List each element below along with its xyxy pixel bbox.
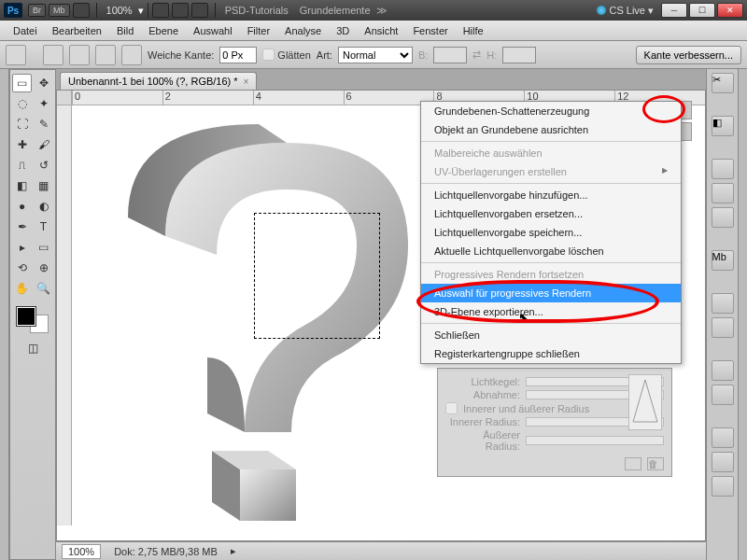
mi-licht-speichern[interactable]: Lichtquellenvorgabe speichern... bbox=[421, 223, 681, 242]
menu-ansicht[interactable]: Ansicht bbox=[357, 22, 405, 39]
marquee-tool-icon[interactable]: ▭ bbox=[12, 74, 32, 92]
swatches-icon[interactable] bbox=[712, 183, 734, 203]
paths-icon[interactable] bbox=[712, 476, 734, 497]
gradient-tool-icon[interactable]: ▦ bbox=[34, 176, 53, 195]
menu-auswahl[interactable]: Auswahl bbox=[186, 22, 240, 39]
panel-trash-icon[interactable]: 🗑 bbox=[647, 457, 664, 470]
mi-gruppe-schliessen[interactable]: Registerkartengruppe schließen bbox=[421, 344, 681, 363]
crop-tool-icon[interactable]: ⛶ bbox=[12, 115, 32, 133]
mi-malbereiche: Malbereiche auswählen bbox=[421, 144, 681, 162]
scissors-icon[interactable]: ✂ bbox=[712, 73, 734, 93]
layers-icon[interactable] bbox=[712, 427, 734, 448]
style-select[interactable]: Normal bbox=[338, 47, 413, 63]
menu-bild[interactable]: Bild bbox=[109, 22, 141, 39]
dodge-tool-icon[interactable]: ◐ bbox=[34, 197, 53, 216]
chevron-down-icon[interactable]: ▾ bbox=[138, 5, 144, 17]
new-selection-icon[interactable] bbox=[43, 45, 63, 65]
bridge-button[interactable]: Br bbox=[28, 4, 46, 17]
path-select-icon[interactable]: ▸ bbox=[12, 238, 32, 257]
mi-licht-hinzufuegen[interactable]: Lichtquellenvorgabe hinzufügen... bbox=[421, 186, 681, 204]
chevron-right-icon[interactable]: ≫ bbox=[376, 5, 388, 17]
3d-camera-icon[interactable]: ⊕ bbox=[34, 259, 53, 277]
status-doc-size[interactable]: Dok: 2,75 MB/9,38 MB bbox=[114, 546, 218, 557]
color-swatches[interactable] bbox=[15, 305, 50, 335]
marquee-tool-preset-icon[interactable] bbox=[6, 45, 26, 65]
quickmask-icon[interactable]: ◫ bbox=[23, 339, 43, 357]
menu-hilfe[interactable]: Hilfe bbox=[456, 22, 491, 39]
menu-analyse[interactable]: Analyse bbox=[277, 22, 329, 39]
pen-tool-icon[interactable]: ✒ bbox=[12, 217, 32, 236]
subtract-selection-icon[interactable] bbox=[95, 45, 116, 65]
hand-tool-icon[interactable]: ✋ bbox=[12, 279, 32, 298]
info-icon[interactable] bbox=[712, 385, 734, 405]
cs-live-button[interactable]: CS Live ▾ bbox=[597, 5, 654, 17]
panel-new-icon[interactable] bbox=[625, 457, 641, 470]
blur-tool-icon[interactable]: ● bbox=[12, 197, 32, 216]
masks-icon[interactable] bbox=[712, 317, 734, 338]
status-zoom[interactable]: 100% bbox=[62, 544, 101, 559]
mi-licht-loeschen[interactable]: Aktuelle Lichtquellenvorgabe löschen bbox=[421, 242, 681, 260]
tab-title: Unbenannt-1 bei 100% (?, RGB/16) * bbox=[68, 76, 238, 87]
maximize-button[interactable]: ☐ bbox=[689, 3, 715, 18]
feather-input[interactable] bbox=[219, 47, 257, 63]
styles-icon[interactable] bbox=[712, 207, 734, 228]
zoom-tool-icon[interactable]: 🔍 bbox=[34, 279, 53, 298]
mi-grundebenen-schatten[interactable]: Grundebenen-Schattenerzeugung bbox=[421, 102, 681, 120]
marquee-selection[interactable] bbox=[254, 213, 380, 339]
screen-mode-icon[interactable] bbox=[191, 3, 208, 18]
width-label: B: bbox=[418, 49, 428, 61]
mi-auswahl-rendern[interactable]: Auswahl für progressives Rendern bbox=[421, 284, 681, 302]
heal-tool-icon[interactable]: ✚ bbox=[12, 135, 32, 154]
chevron-right-icon[interactable]: ▸ bbox=[231, 545, 236, 557]
cube-icon[interactable]: ◧ bbox=[712, 116, 734, 136]
color-icon[interactable] bbox=[712, 159, 734, 179]
left-dock-strip[interactable] bbox=[0, 69, 9, 560]
mi-3d-export[interactable]: 3D-Ebene exportieren... bbox=[421, 302, 681, 321]
hand-icon[interactable] bbox=[152, 3, 169, 18]
history-brush-icon[interactable]: ↺ bbox=[34, 156, 53, 175]
adjustments-icon[interactable] bbox=[712, 293, 734, 314]
foreground-color[interactable] bbox=[17, 307, 35, 326]
move-tool-icon[interactable]: ✥ bbox=[34, 74, 53, 92]
right-dock-strip[interactable] bbox=[738, 69, 747, 560]
wand-tool-icon[interactable]: ✦ bbox=[34, 94, 53, 113]
histogram-icon[interactable] bbox=[712, 360, 734, 381]
eyedropper-tool-icon[interactable]: ✎ bbox=[34, 115, 53, 133]
menu-fenster[interactable]: Fenster bbox=[405, 22, 455, 39]
brush-tool-icon[interactable]: 🖌 bbox=[34, 135, 53, 154]
intersect-selection-icon[interactable] bbox=[121, 45, 142, 65]
menu-filter[interactable]: Filter bbox=[240, 22, 277, 39]
view-extras-icon[interactable] bbox=[73, 3, 90, 18]
minimize-button[interactable]: ─ bbox=[661, 3, 687, 18]
mi-licht-ersetzen[interactable]: Lichtquellenvorgaben ersetzen... bbox=[421, 204, 681, 223]
mb-icon[interactable]: Mb bbox=[712, 250, 734, 271]
eraser-tool-icon[interactable]: ◧ bbox=[12, 176, 32, 195]
zoom-level[interactable]: 100% bbox=[106, 5, 133, 16]
height-input bbox=[502, 47, 536, 63]
mi-schliessen[interactable]: Schließen bbox=[421, 326, 681, 344]
swap-icon: ⇄ bbox=[472, 49, 481, 61]
refine-edge-button[interactable]: Kante verbessern... bbox=[636, 46, 741, 64]
3d-rotate-icon[interactable]: ⟲ bbox=[12, 259, 32, 277]
antialias-checkbox[interactable]: Glätten bbox=[262, 49, 310, 61]
lasso-tool-icon[interactable]: ◌ bbox=[12, 94, 32, 113]
stamp-tool-icon[interactable]: ⎍ bbox=[12, 156, 32, 175]
vertical-ruler[interactable] bbox=[57, 105, 72, 525]
type-tool-icon[interactable]: T bbox=[34, 217, 53, 236]
workspace-psd-tutorials[interactable]: PSD-Tutorials bbox=[225, 5, 289, 16]
close-button[interactable]: ✕ bbox=[717, 3, 743, 18]
shape-tool-icon[interactable]: ▭ bbox=[34, 238, 53, 257]
mi-objekt-ausrichten[interactable]: Objekt an Grundebene ausrichten bbox=[421, 120, 681, 139]
menu-3d[interactable]: 3D bbox=[329, 22, 357, 39]
channels-icon[interactable] bbox=[712, 452, 734, 472]
menu-ebene[interactable]: Ebene bbox=[141, 22, 186, 39]
arrange-icon[interactable] bbox=[172, 3, 189, 18]
menu-datei[interactable]: Datei bbox=[6, 22, 45, 39]
menu-bearbeiten[interactable]: Bearbeiten bbox=[45, 22, 109, 39]
workspace-grundelemente[interactable]: Grundelemente bbox=[300, 5, 371, 16]
add-selection-icon[interactable] bbox=[69, 45, 90, 65]
minibridge-button[interactable]: Mb bbox=[49, 4, 70, 17]
tab-close-icon[interactable]: × bbox=[244, 77, 249, 87]
document-tab[interactable]: Unbenannt-1 bei 100% (?, RGB/16) * × bbox=[60, 72, 257, 90]
ruler-origin[interactable] bbox=[57, 91, 72, 105]
